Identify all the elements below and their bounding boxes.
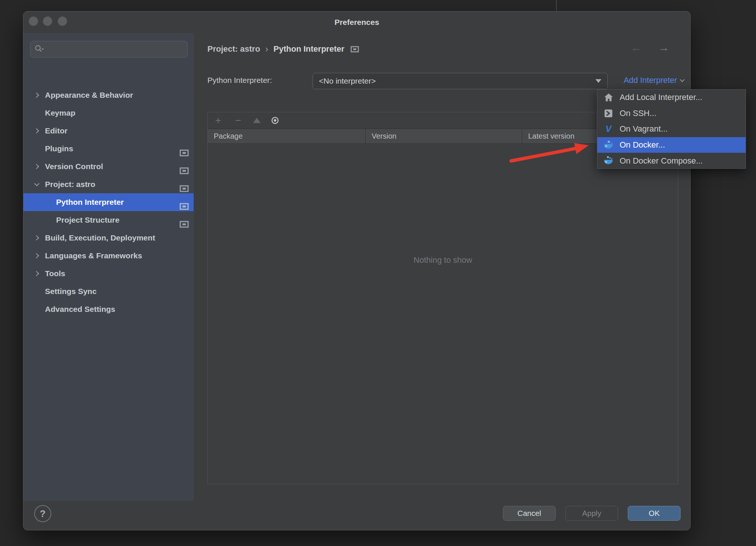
empty-table-message: Nothing to show [208, 255, 678, 265]
sidebar-item-languages-frameworks[interactable]: Languages & Frameworks [23, 247, 194, 265]
sidebar-item-label: Languages & Frameworks [45, 247, 142, 265]
sidebar-item-project-structure[interactable]: Project Structure [23, 211, 194, 229]
settings-sidebar: Appearance & Behavior Keymap Editor Plug… [23, 33, 194, 501]
forward-arrow-icon[interactable]: → [658, 41, 669, 54]
sidebar-item-version-control[interactable]: Version Control [23, 158, 194, 175]
ssh-terminal-icon [603, 108, 614, 119]
combo-dropdown-arrow-icon[interactable] [595, 79, 601, 83]
add-interpreter-link[interactable]: Add Interpreter [624, 76, 684, 85]
sidebar-item-project-astro[interactable]: Project: astro [23, 175, 194, 193]
interpreter-row: Python Interpreter: <No interpreter> Add… [207, 73, 704, 89]
breadcrumb-project[interactable]: Project: astro [207, 44, 260, 54]
sidebar-item-label: Build, Execution, Deployment [45, 229, 155, 247]
chevron-right-icon[interactable] [35, 93, 39, 97]
sidebar-item-appearance-behavior[interactable]: Appearance & Behavior [23, 86, 194, 104]
breadcrumb-separator: › [265, 44, 268, 54]
interpreter-select[interactable]: <No interpreter> [313, 73, 608, 89]
menu-item-label: On Docker... [620, 140, 665, 150]
interpreter-label: Python Interpreter: [207, 76, 272, 85]
chevron-right-icon[interactable] [35, 165, 39, 169]
settings-search-box[interactable] [30, 41, 188, 58]
menu-item-on-vagrant[interactable]: V On Vagrant... [597, 121, 746, 137]
menu-item-add-local-interpreter[interactable]: Add Local Interpreter... [597, 90, 746, 106]
breadcrumb-page-title: Python Interpreter [274, 44, 345, 54]
chevron-down-icon[interactable] [35, 182, 39, 187]
back-arrow-icon[interactable]: ← [631, 41, 642, 54]
sidebar-item-label: Plugins [45, 140, 73, 158]
sidebar-item-label: Version Control [45, 158, 103, 175]
sidebar-item-build-execution-deployment[interactable]: Build, Execution, Deployment [23, 229, 194, 247]
background-window-edge [556, 0, 557, 11]
dialog-footer: ? Cancel Apply OK [23, 500, 690, 530]
help-button[interactable]: ? [34, 505, 51, 522]
vagrant-icon: V [603, 124, 614, 134]
menu-item-on-docker-compose[interactable]: On Docker Compose... [597, 153, 746, 169]
menu-item-label: Add Local Interpreter... [620, 93, 702, 102]
ok-button[interactable]: OK [628, 506, 681, 521]
menu-item-label: On SSH... [620, 109, 656, 118]
sidebar-item-keymap[interactable]: Keymap [23, 104, 194, 122]
sidebar-item-tools[interactable]: Tools [23, 265, 194, 282]
sidebar-item-label: Keymap [45, 104, 75, 122]
sidebar-item-plugins[interactable]: Plugins [23, 140, 194, 158]
menu-item-label: On Vagrant... [620, 124, 668, 134]
add-package-button[interactable]: + [213, 115, 223, 126]
sidebar-item-label: Tools [45, 265, 65, 282]
sidebar-item-label: Editor [45, 122, 68, 140]
sidebar-item-label: Advanced Settings [45, 300, 115, 318]
sidebar-item-python-interpreter[interactable]: Python Interpreter [23, 193, 194, 211]
sidebar-item-advanced-settings[interactable]: Advanced Settings [23, 300, 194, 318]
docker-compose-icon [603, 156, 614, 166]
preferences-window: Preferences Appearance & Behavior Keymap… [23, 11, 691, 530]
title-bar[interactable]: Preferences [23, 12, 690, 33]
sidebar-item-label: Python Interpreter [56, 193, 124, 211]
sidebar-item-settings-sync[interactable]: Settings Sync [23, 282, 194, 300]
sidebar-item-label: Appearance & Behavior [45, 86, 133, 104]
add-interpreter-menu: Add Local Interpreter... On SSH... V On … [597, 89, 746, 169]
screen-icon [350, 46, 359, 53]
add-interpreter-label: Add Interpreter [624, 76, 677, 85]
apply-button[interactable]: Apply [565, 506, 618, 521]
chevron-right-icon[interactable] [35, 129, 39, 133]
chevron-right-icon[interactable] [35, 236, 39, 240]
remove-package-button[interactable]: − [233, 115, 243, 126]
column-header-package[interactable]: Package [208, 129, 366, 143]
show-early-releases-button[interactable] [270, 116, 280, 125]
upgrade-package-button[interactable] [253, 118, 261, 123]
home-icon [603, 92, 614, 103]
search-icon [34, 44, 44, 54]
chevron-right-icon[interactable] [35, 272, 39, 276]
menu-item-on-docker[interactable]: On Docker... [597, 137, 746, 153]
sidebar-item-label: Project Structure [56, 211, 119, 229]
menu-item-on-ssh[interactable]: On SSH... [597, 106, 746, 122]
chevron-right-icon[interactable] [35, 254, 39, 258]
chevron-down-icon [681, 78, 684, 82]
interpreter-selected-value: <No interpreter> [319, 77, 595, 85]
column-header-version[interactable]: Version [366, 129, 522, 143]
sidebar-item-label: Settings Sync [45, 282, 97, 300]
search-input[interactable] [44, 45, 184, 54]
breadcrumb: Project: astro › Python Interpreter [207, 43, 359, 55]
history-navigation: ← → [617, 41, 669, 54]
sidebar-item-editor[interactable]: Editor [23, 122, 194, 140]
docker-icon [603, 140, 614, 150]
cancel-button[interactable]: Cancel [503, 506, 556, 521]
red-annotation-arrow [504, 138, 595, 167]
menu-item-label: On Docker Compose... [620, 156, 703, 166]
window-title: Preferences [23, 12, 690, 33]
sidebar-item-label: Project: astro [45, 175, 95, 193]
